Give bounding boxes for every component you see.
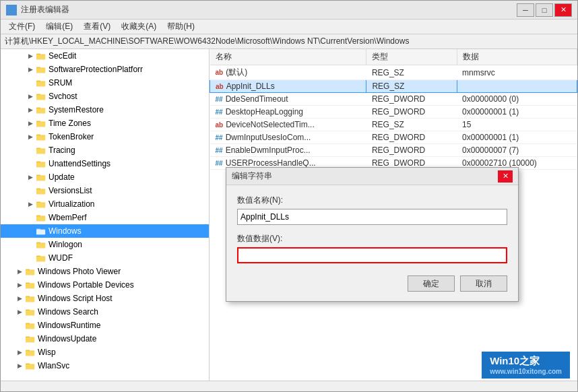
tree-arrow-icon: ▶ [14, 360, 25, 371]
tree-item[interactable]: ▶ WlanSvc [1, 359, 209, 372]
table-row[interactable]: ##EnableDwmInputProc... REG_DWORD 0x0000… [210, 144, 577, 157]
tree-item-label: VersionsList [49, 186, 92, 195]
folder-icon [36, 118, 46, 129]
menu-help[interactable]: 帮助(H) [162, 20, 200, 34]
folder-icon [36, 253, 46, 263]
col-data[interactable]: 数据 [457, 49, 577, 65]
tree-arrow-icon: ▶ [25, 131, 36, 142]
tree-arrow-icon: ▶ [25, 199, 36, 209]
table-row[interactable]: ##DdeSendTimeout REG_DWORD 0x00000000 (0… [210, 93, 577, 106]
registry-table: 名称 类型 数据 ab(默认) REG_SZ mnmsrvc abAppInit… [210, 49, 577, 170]
tree-item-label: SecEdit [49, 51, 76, 61]
edit-string-dialog[interactable]: 编辑字符串 ✕ 数值名称(N): 数值数据(V): 确定 取消 [226, 167, 519, 302]
tree-arrow-icon [14, 333, 25, 344]
table-row[interactable]: ##DesktopHeapLogging REG_DWORD 0x0000000… [210, 106, 577, 119]
tree-item[interactable]: ▶ SecEdit [1, 49, 209, 63]
reg-data-cell [457, 80, 577, 93]
folder-icon [36, 91, 46, 102]
tree-item[interactable]: Windows [1, 224, 209, 238]
menu-bar: 文件(F) 编辑(E) 查看(V) 收藏夹(A) 帮助(H) [1, 20, 577, 34]
minimize-button[interactable]: ─ [517, 3, 534, 17]
folder-icon [36, 51, 46, 61]
tree-item-label: Time Zones [49, 119, 91, 128]
tree-item[interactable]: ▶ Time Zones [1, 117, 209, 130]
svg-rect-0 [7, 6, 11, 9]
table-row[interactable]: ab(默认) REG_SZ mnmsrvc [210, 65, 577, 80]
reg-name-cell: ##DwmInputUsesIoCom... [210, 131, 366, 144]
reg-type-cell: REG_SZ [366, 80, 457, 93]
col-type[interactable]: 类型 [366, 49, 457, 65]
dialog-name-input[interactable] [237, 209, 507, 225]
menu-favorites[interactable]: 收藏夹(A) [116, 20, 162, 34]
table-row[interactable]: abDeviceNotSelectedTim... REG_SZ 15 [210, 119, 577, 131]
reg-data-cell: 0x00000001 (1) [457, 106, 577, 119]
tree-item[interactable]: WindowsUpdate [1, 332, 209, 346]
tree-item[interactable]: WbemPerf [1, 211, 209, 224]
menu-file[interactable]: 文件(F) [3, 20, 40, 34]
folder-icon [36, 172, 46, 183]
reg-data-cell: 0x00000001 (1) [457, 131, 577, 144]
dialog-cancel-button[interactable]: 取消 [460, 275, 507, 292]
svg-rect-72 [26, 351, 34, 356]
tree-panel[interactable]: ▶ SecEdit ▶ SoftwareProtectionPlatforr [1, 49, 210, 381]
tree-item[interactable]: WUDF [1, 251, 209, 265]
dialog-data-input[interactable] [237, 247, 507, 263]
table-row[interactable]: ##DwmInputUsesIoCom... REG_DWORD 0x00000… [210, 131, 577, 144]
tree-item[interactable]: ▶ SystemRestore [1, 103, 209, 117]
tree-item-label: SoftwareProtectionPlatforr [49, 65, 143, 74]
dialog-ok-button[interactable]: 确定 [408, 275, 455, 292]
tree-item[interactable]: ▶ Svchost [1, 90, 209, 103]
tree-item[interactable]: ▶ Wisp [1, 346, 209, 359]
tree-item-label: SystemRestore [49, 105, 104, 115]
tree-item[interactable]: ▶ TokenBroker [1, 130, 209, 143]
tree-item[interactable]: UnattendSettings [1, 157, 209, 170]
horizontal-scrollbar[interactable] [1, 381, 577, 391]
svg-rect-39 [36, 203, 45, 207]
tree-arrow-icon: ▶ [25, 91, 36, 102]
tree-item[interactable]: SRUM [1, 76, 209, 90]
folder-icon [36, 145, 46, 156]
tree-arrow-icon: ▶ [14, 293, 25, 304]
tree-item[interactable]: ▶ Windows Script Host [1, 292, 209, 305]
tree-arrow-icon: ▶ [14, 306, 25, 317]
tree-item[interactable]: WindowsRuntime [1, 319, 209, 332]
title-bar: 注册表编辑器 ─ □ ✕ [1, 1, 577, 20]
reg-name-cell: ab(默认) [210, 65, 366, 80]
tree-item-label: Virtualization [49, 199, 94, 209]
dialog-close-button[interactable]: ✕ [498, 170, 513, 183]
tree-arrow-icon [14, 320, 25, 331]
tree-item-label: SRUM [49, 78, 72, 88]
tree-item[interactable]: ▶ Update [1, 170, 209, 184]
svg-rect-15 [36, 95, 45, 100]
tree-item[interactable]: Winlogon [1, 238, 209, 251]
close-button[interactable]: ✕ [554, 3, 572, 17]
svg-rect-51 [36, 257, 45, 261]
tree-item[interactable]: Tracing [1, 143, 209, 157]
col-name[interactable]: 名称 [210, 49, 366, 65]
tree-item[interactable]: ▶ SoftwareProtectionPlatforr [1, 63, 209, 76]
maximize-button[interactable]: □ [536, 3, 553, 17]
svg-rect-27 [36, 149, 45, 154]
tree-item[interactable]: ▶ Windows Search [1, 305, 209, 319]
dialog-data-label: 数值数据(V): [237, 233, 507, 244]
reg-name-cell: abAppInit_DLLs [210, 80, 366, 93]
menu-edit[interactable]: 编辑(E) [40, 20, 78, 34]
svg-rect-12 [36, 81, 45, 86]
tree-arrow-icon [25, 253, 36, 263]
tree-item[interactable]: ▶ Windows Portable Devices [1, 278, 209, 292]
menu-view[interactable]: 查看(V) [78, 20, 116, 34]
tree-item[interactable]: ▶ Windows Photo Viewer [1, 265, 209, 278]
tree-arrow-icon [25, 145, 36, 156]
tree-arrow-icon: ▶ [14, 266, 25, 277]
tree-item-label: Tracing [49, 145, 75, 155]
table-row[interactable]: abAppInit_DLLs REG_SZ [210, 80, 577, 93]
tree-item[interactable]: VersionsList [1, 184, 209, 197]
tree-item-label: Svchost [49, 92, 77, 101]
tree-item-label: Windows Photo Viewer [38, 267, 121, 276]
tree-arrow-icon [25, 77, 36, 88]
reg-type-cell: REG_SZ [366, 119, 457, 131]
tree-arrow-icon [25, 226, 36, 236]
tree-item[interactable]: ▶ Virtualization [1, 197, 209, 211]
folder-icon [36, 185, 46, 196]
svg-rect-1 [12, 6, 15, 9]
